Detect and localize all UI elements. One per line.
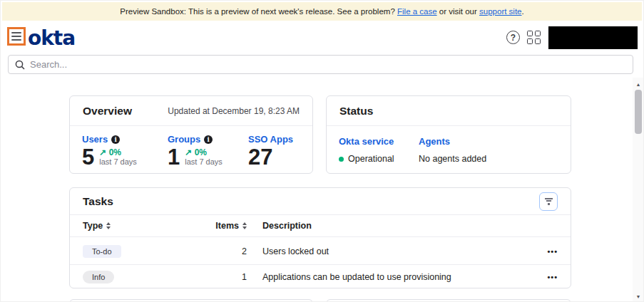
users-link[interactable]: Users	[82, 134, 108, 145]
agents-column: Agents No agents added	[419, 136, 486, 164]
todo-row-menu-icon[interactable]: •••	[547, 247, 558, 256]
okta-logo[interactable]: okta	[28, 26, 75, 50]
search-input[interactable]	[30, 59, 626, 70]
tasks-card: Tasks Type Items Description To-do 2 Use…	[69, 187, 571, 288]
hamburger-icon	[11, 32, 21, 33]
tasks-table-header: Type Items Description	[70, 215, 571, 237]
sso-apps-count: 27	[248, 147, 272, 168]
todo-badge: To-do	[83, 245, 121, 258]
okta-admin-dashboard: Preview Sandbox: This is a preview of ne…	[0, 0, 644, 302]
global-search[interactable]	[8, 55, 633, 74]
stat-users: Users i 5 ↗ 0% last 7 days	[82, 134, 137, 168]
okta-service-value: Operational	[348, 154, 394, 164]
agents-link[interactable]: Agents	[419, 136, 486, 147]
okta-service-link[interactable]: Okta service	[339, 136, 394, 147]
app-switcher-icon[interactable]	[527, 31, 541, 45]
sort-icon[interactable]	[106, 222, 111, 229]
groups-info-icon[interactable]: i	[204, 135, 213, 144]
overview-title: Overview	[83, 105, 132, 118]
help-icon[interactable]: ?	[506, 31, 520, 44]
sso-apps-link[interactable]: SSO Apps	[248, 134, 293, 145]
info-row-menu-icon[interactable]: •••	[547, 273, 558, 281]
info-items-count: 1	[184, 272, 247, 282]
agents-value: No agents added	[419, 154, 486, 164]
operational-status-icon	[339, 157, 344, 162]
partial-card-right	[326, 299, 571, 302]
banner-text-middle: or visit our	[437, 7, 479, 16]
description-column-header: Description	[262, 221, 533, 231]
main-menu-button[interactable]	[7, 27, 26, 46]
partial-card-left	[69, 299, 313, 302]
tasks-title: Tasks	[83, 195, 113, 208]
groups-count: 1	[168, 147, 180, 168]
users-period: last 7 days	[99, 157, 137, 167]
banner-text-suffix: .	[522, 7, 524, 16]
redacted-account-area	[548, 26, 638, 49]
scroll-up-icon[interactable]: ▲	[633, 79, 644, 89]
overview-updated-text: Updated at December 19, 8:23 AM	[168, 106, 300, 116]
info-badge: Info	[83, 271, 114, 283]
tasks-filter-button[interactable]	[539, 192, 558, 211]
trend-up-icon: ↗	[99, 147, 106, 157]
okta-service-column: Okta service Operational	[339, 136, 394, 164]
vertical-scrollbar[interactable]: ▲ ▼	[633, 78, 644, 302]
groups-trend: 0%	[195, 147, 207, 157]
info-description: Applications can be updated to use provi…	[262, 272, 533, 282]
filter-icon	[545, 198, 553, 199]
type-column-header: Type	[83, 221, 103, 231]
support-site-link[interactable]: support site	[479, 7, 521, 16]
todo-description: Users locked out	[262, 246, 533, 256]
scroll-down-icon[interactable]: ▼	[633, 291, 644, 301]
trend-up-icon: ↗	[185, 147, 192, 157]
overview-card: Overview Updated at December 19, 8:23 AM…	[69, 95, 313, 174]
users-trend: 0%	[109, 147, 121, 157]
groups-link[interactable]: Groups	[168, 134, 200, 145]
status-title: Status	[339, 105, 373, 118]
users-info-icon[interactable]: i	[111, 135, 120, 144]
items-column-header: Items	[215, 221, 239, 231]
todo-items-count: 2	[184, 246, 247, 256]
users-count: 5	[82, 147, 94, 168]
banner-text: Preview Sandbox: This is a preview of ne…	[120, 7, 397, 16]
task-row-todo[interactable]: To-do 2 Users locked out •••	[70, 238, 571, 265]
file-a-case-link[interactable]: File a case	[397, 7, 437, 16]
search-icon	[15, 60, 25, 70]
stat-sso-apps: SSO Apps 27	[248, 134, 293, 168]
groups-period: last 7 days	[185, 157, 223, 167]
preview-sandbox-banner: Preview Sandbox: This is a preview of ne…	[2, 2, 642, 21]
task-row-info[interactable]: Info 1 Applications can be updated to us…	[70, 265, 571, 288]
stat-groups: Groups i 1 ↗ 0% last 7 days	[168, 134, 223, 168]
status-card: Status Okta service Operational Agents N…	[326, 95, 571, 174]
scrollbar-thumb[interactable]	[635, 90, 642, 134]
sort-icon[interactable]	[242, 222, 247, 229]
